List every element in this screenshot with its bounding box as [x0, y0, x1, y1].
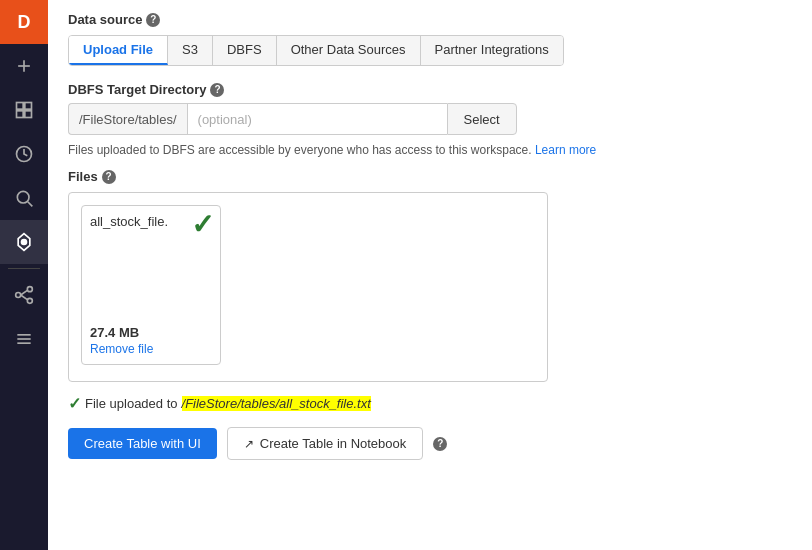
- action-help-icon[interactable]: ?: [433, 437, 447, 451]
- sidebar-item-workspace[interactable]: [0, 88, 48, 132]
- upload-path: /FileStore/tables/all_stock_file.txt: [182, 396, 371, 411]
- tab-upload-file[interactable]: Upload File: [69, 36, 168, 65]
- data-source-label: Data source ?: [68, 12, 792, 27]
- tab-other-data-sources[interactable]: Other Data Sources: [277, 36, 421, 65]
- files-help-icon[interactable]: ?: [102, 170, 116, 184]
- sidebar-item-workflows[interactable]: [0, 273, 48, 317]
- svg-line-8: [28, 202, 33, 207]
- tab-s3[interactable]: S3: [168, 36, 213, 65]
- create-table-ui-button[interactable]: Create Table with UI: [68, 428, 217, 459]
- tab-partner-integrations[interactable]: Partner Integrations: [421, 36, 563, 65]
- remove-file-link[interactable]: Remove file: [90, 342, 212, 356]
- svg-point-13: [27, 298, 32, 303]
- dbfs-prefix: /FileStore/tables/: [68, 103, 187, 135]
- select-button[interactable]: Select: [447, 103, 517, 135]
- create-table-notebook-button[interactable]: ↗ Create Table in Notebook: [227, 427, 423, 460]
- sidebar-item-models[interactable]: [0, 220, 48, 264]
- svg-line-14: [21, 290, 28, 295]
- main-content: Data source ? Upload File S3 DBFS Other …: [48, 0, 812, 550]
- files-label: Files ?: [68, 169, 792, 184]
- sidebar-item-search[interactable]: [0, 176, 48, 220]
- dbfs-target-label: DBFS Target Directory ?: [68, 82, 792, 97]
- svg-line-15: [21, 295, 28, 300]
- dbfs-path-input[interactable]: [187, 103, 447, 135]
- learn-more-link[interactable]: Learn more: [535, 143, 596, 157]
- svg-rect-3: [25, 103, 32, 110]
- svg-point-7: [17, 191, 29, 203]
- file-size: 27.4 MB: [90, 325, 212, 340]
- dbfs-input-row: /FileStore/tables/ Select: [68, 103, 792, 135]
- svg-rect-5: [25, 111, 32, 118]
- sidebar-item-list[interactable]: [0, 317, 48, 361]
- dbfs-info-text: Files uploaded to DBFS are accessible by…: [68, 143, 792, 157]
- data-source-help-icon[interactable]: ?: [146, 13, 160, 27]
- svg-point-10: [22, 240, 27, 245]
- sidebar-item-recents[interactable]: [0, 132, 48, 176]
- svg-point-12: [27, 287, 32, 292]
- file-card: all_stock_file. ✓ 27.4 MB Remove file: [81, 205, 221, 365]
- svg-point-11: [16, 293, 21, 298]
- svg-rect-2: [17, 103, 24, 110]
- svg-rect-4: [17, 111, 24, 118]
- action-row: Create Table with UI ↗ Create Table in N…: [68, 427, 792, 460]
- sidebar-logo[interactable]: D: [0, 0, 48, 44]
- data-source-tabs: Upload File S3 DBFS Other Data Sources P…: [68, 35, 564, 66]
- external-link-icon: ↗: [244, 437, 254, 451]
- file-checkmark-icon: ✓: [191, 208, 214, 241]
- dbfs-help-icon[interactable]: ?: [210, 83, 224, 97]
- file-drop-area[interactable]: all_stock_file. ✓ 27.4 MB Remove file: [68, 192, 548, 382]
- sidebar-item-create[interactable]: [0, 44, 48, 88]
- tab-dbfs[interactable]: DBFS: [213, 36, 277, 65]
- sidebar: D: [0, 0, 48, 550]
- sidebar-divider: [8, 268, 40, 269]
- upload-success-message: ✓ File uploaded to /FileStore/tables/all…: [68, 394, 792, 413]
- success-checkmark-icon: ✓: [68, 394, 81, 413]
